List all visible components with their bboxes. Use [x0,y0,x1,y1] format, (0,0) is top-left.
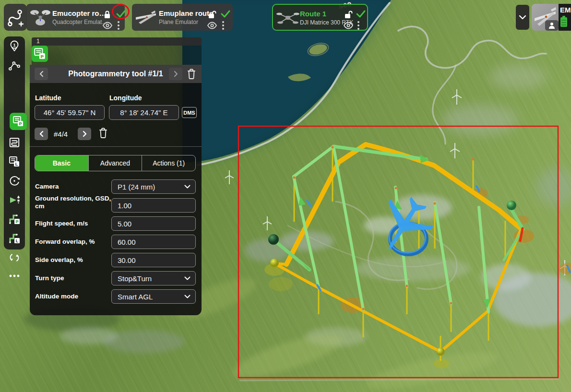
tool-more[interactable] [4,267,25,285]
latitude-label: Latitude [35,94,61,102]
settings-tabs: Basic Advanced Actions (1) [35,155,196,171]
route-card-subtitle: Quadcopter Emulat… [52,19,107,25]
perimeter-icon [8,175,21,187]
plane-thumbnail [135,10,158,26]
eye-icon[interactable] [207,22,217,29]
route-menu-icon[interactable] [357,21,359,30]
route-menu-icon[interactable] [118,21,119,30]
next-tool-button[interactable] [169,68,182,80]
delete-tool-icon[interactable] [186,68,197,80]
route-card-route1[interactable]: Route 1 DJI Matrice 300 RTK [272,4,368,31]
route-menu-icon[interactable] [222,21,224,30]
svg-text:P: P [15,219,18,224]
chevron-left-icon [39,71,44,77]
battery-icon [560,16,568,27]
camera-select[interactable]: P1 (24 mm) [111,179,196,194]
tab-advanced[interactable]: Advanced [89,155,143,171]
operator-badge[interactable] [545,20,559,31]
segment-tools-strip [32,46,202,65]
chevron-down-icon [184,185,190,189]
matrice-thumbnail [275,11,300,26]
app-window: see [0,0,571,392]
tab-basic[interactable]: Basic [35,155,89,171]
tools-sidebar: 1 P [4,36,25,249]
panel-title: Photogrammetry tool #1/1 [54,70,178,78]
gsd-input[interactable]: 1.00 [111,198,196,213]
corner-marker-sphere[interactable] [268,234,279,245]
photogrammetry-icon: P [12,115,24,128]
prev-tool-button[interactable] [35,68,48,80]
tool-perimeter[interactable] [4,171,25,190]
tool-waypoint[interactable]: 1 [4,37,25,56]
chevron-down-icon [184,295,190,298]
tool-facade[interactable]: L [4,152,25,171]
ground-marker-sphere[interactable] [270,259,279,267]
tool-vertical-scan-p[interactable]: P [4,210,25,229]
route-card-emuplane[interactable]: Emuplane route Plane Emulator [132,4,233,31]
longitude-input[interactable]: 8° 18' 24.74" E [109,105,179,120]
flight-speed-label: Flight speed, m/s [35,220,112,227]
ellipsis-icon [8,273,21,278]
delete-waypoint-icon[interactable] [98,127,108,139]
route-card-emucopter[interactable]: Emucopter ro… Quadcopter Emulat… [26,4,125,31]
corridor-icon [8,136,21,149]
loop-icon [8,251,21,264]
vehicle-name: EM [560,6,571,14]
tab-actions[interactable]: Actions (1) [142,155,195,171]
prev-waypoint-button[interactable] [35,128,48,140]
lock-icon [103,10,111,19]
altitude-mode-label: Altitude mode [35,293,112,300]
valid-check-icon [356,9,366,19]
camera-label: Camera [35,183,112,190]
tool-corridor[interactable] [4,133,25,152]
new-route-button[interactable] [4,4,27,31]
photogrammetry-panel: Photogrammetry tool #1/1 Latitude Longit… [30,65,202,315]
corner-marker-sphere[interactable] [507,201,516,210]
vehicle-card-info[interactable]: EM [559,4,571,31]
quadcopter-thumbnail [29,8,51,28]
vertical-scan-p-icon: P [8,213,21,226]
eye-icon[interactable] [343,22,354,29]
chevron-right-icon [83,131,87,137]
waypoint-index: #4/4 [54,130,68,138]
svg-text:P: P [19,121,22,126]
latitude-input[interactable]: 46° 45' 59.57" N [35,105,105,120]
svg-text:L: L [15,162,18,166]
takeoff-icon [8,193,21,207]
collapse-routes-button[interactable] [516,5,529,30]
active-segment-tool-tile[interactable]: P [32,46,48,62]
panel-header: Photogrammetry tool #1/1 [30,65,202,83]
tool-takeoff-landing[interactable] [4,190,25,210]
side-overlap-label: Side overlap, % [35,256,112,264]
plus-icon [19,22,23,26]
route-card-title: Emuplane route [159,9,213,17]
facade-icon: L [8,155,21,168]
route-card-subtitle: Plane Emulator [159,19,213,25]
gsd-label: Ground resolution, GSD, cm [35,195,112,210]
tool-route-segment[interactable] [4,56,25,75]
ground-marker-sphere[interactable] [437,348,445,356]
altitude-mode-select[interactable]: Smart AGL [111,289,196,304]
tool-photogrammetry[interactable]: P [10,113,27,130]
waypoint-pin-icon: 1 [8,40,21,53]
next-waypoint-button[interactable] [78,128,91,140]
forward-overlap-label: Forward overlap, % [35,238,112,246]
coordinate-format-button[interactable]: DMS [182,107,197,118]
tool-loop[interactable] [4,248,25,267]
tool-vertical-scan-l[interactable]: L [4,229,25,248]
chevron-down-icon [519,15,526,20]
longitude-label: Longitude [109,94,142,102]
person-icon [548,22,556,29]
eye-icon[interactable] [102,22,113,29]
svg-text:P: P [41,54,44,59]
turn-type-label: Turn type [35,274,112,282]
valid-check-icon [220,9,231,19]
photogrammetry-icon: P [33,47,47,60]
side-overlap-input[interactable]: 30.00 [111,253,196,267]
turn-type-select[interactable]: Stop&Turn [111,271,196,285]
annotation-circle [112,4,130,19]
segment-tab[interactable]: 1 [32,37,202,46]
route-card-title: Emucopter ro… [52,9,107,17]
forward-overlap-input[interactable]: 60.00 [111,235,196,249]
flight-speed-input[interactable]: 5.00 [111,216,196,231]
